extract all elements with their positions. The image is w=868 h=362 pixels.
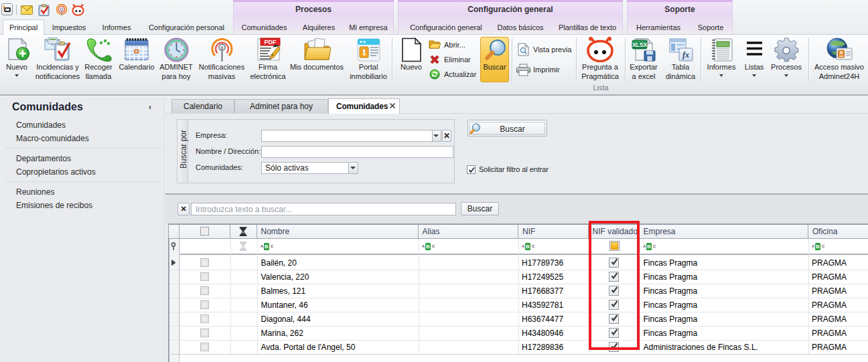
svg-text:PDF: PDF <box>265 39 277 46</box>
svg-text:fx: fx <box>682 50 689 60</box>
svg-text:XLSX: XLSX <box>632 41 648 48</box>
